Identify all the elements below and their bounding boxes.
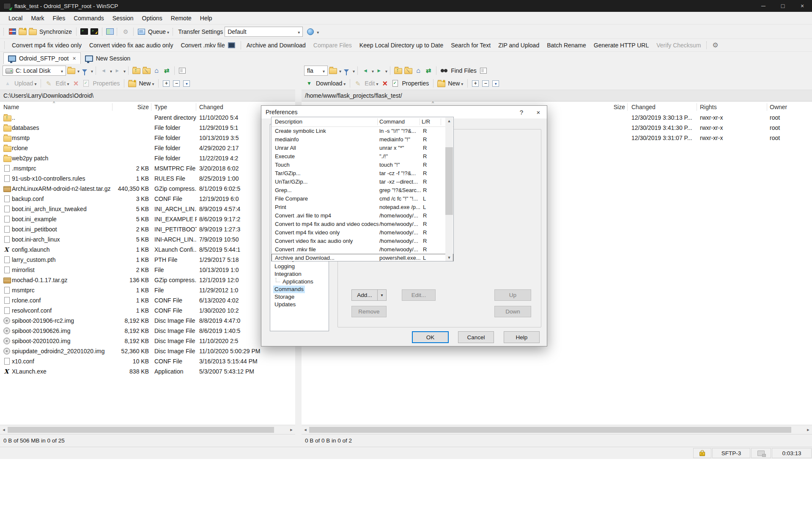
download-icon[interactable] [304, 78, 314, 88]
custom-command-button[interactable] [241, 41, 241, 49]
remove-column-icon[interactable] [171, 78, 181, 88]
table-row[interactable]: rclone.conf 1 KB CONF File 6/13/2020 4:0… [0, 295, 295, 305]
back-icon[interactable] [99, 66, 109, 76]
table-row[interactable]: resolvconf.conf 1 KB CONF File 1/30/2020… [0, 305, 295, 316]
selection-filter-icon[interactable] [491, 78, 501, 88]
table-row[interactable]: msmtprc 1 KB File 11/29/2012 1:0 [0, 285, 295, 295]
edit-icon[interactable] [44, 78, 54, 88]
table-row[interactable]: databases File folder 11/29/2019 5:1 [0, 123, 295, 133]
selection-filter-icon[interactable] [181, 78, 192, 88]
local-path-bar[interactable]: C:\Users\Larry\Downloads\Odroid\ [0, 90, 295, 102]
scroll-right-icon[interactable]: ► [804, 428, 812, 432]
menu-item[interactable]: Mark [27, 12, 48, 25]
table-row[interactable]: backup.conf 3 KB CONF File 12/19/2019 6:… [0, 194, 295, 204]
find-files-button[interactable]: Find Files [451, 67, 477, 74]
tree-item[interactable]: Storage [270, 293, 329, 301]
table-row[interactable]: ArchLinuxARM-odroid-n2-latest.tar.gz 440… [0, 184, 295, 194]
custom-command-button[interactable]: Batch Rename [543, 39, 590, 52]
open-folder-icon[interactable] [66, 66, 76, 76]
toolbar-grip[interactable] [706, 41, 708, 49]
remote-horizontal-scrollbar[interactable]: ◄ ► [302, 425, 812, 434]
toolbar-grip[interactable] [173, 28, 175, 36]
table-row[interactable]: XLaunch.exe 838 KB Application 5/3/2007 … [0, 366, 295, 377]
list-item[interactable]: Convert .mkv file /home/woody/... R [272, 245, 453, 254]
tree-item[interactable]: Applications [270, 278, 329, 286]
custom-command-button[interactable]: Verify Checksum [653, 39, 705, 52]
table-row[interactable]: mochad-0.1.17.tar.gz 136 KB GZip compres… [0, 275, 295, 285]
menu-item[interactable]: Commands [69, 12, 108, 25]
properties-doc-icon[interactable] [81, 78, 91, 88]
column-header-type[interactable]: Type [154, 102, 167, 113]
edit-button[interactable]: Edit [365, 80, 378, 87]
tab-close-icon[interactable]: × [73, 55, 76, 62]
add-dropdown-button[interactable] [377, 289, 387, 301]
remote-path-bar[interactable]: /home/www/flask_projects/flask_test/ [302, 90, 812, 102]
local-drive-combo[interactable]: C: Local Disk [3, 66, 66, 76]
down-button[interactable]: Down [494, 306, 531, 317]
tab-odroid-sftp-root[interactable]: Odroid_SFTP_root × [3, 52, 81, 64]
list-item[interactable]: Grep... grep "!?&Searc... R [272, 186, 453, 195]
list-item[interactable]: Convert video fix aac audio only /home/w… [272, 237, 453, 245]
menu-item[interactable]: Files [49, 12, 70, 25]
encryption-lock-cell[interactable] [693, 448, 711, 458]
add-column-icon[interactable] [161, 78, 171, 88]
scroll-left-icon[interactable]: ◄ [0, 428, 8, 432]
upload-button[interactable]: Upload [14, 80, 36, 87]
column-header-lr[interactable]: L/R [422, 117, 430, 126]
preferences-grid-icon[interactable] [7, 27, 17, 37]
local-horizontal-scrollbar[interactable]: ◄ ► [0, 425, 295, 434]
list-item[interactable]: Touch touch "!" R [272, 161, 453, 169]
maximize-button[interactable]: □ [773, 0, 793, 12]
up-button[interactable]: Up [494, 289, 531, 301]
custom-command-button[interactable]: Convert mp4 fix video only [8, 39, 85, 52]
list-vertical-scrollbar[interactable]: ▲ ▼ [445, 118, 453, 261]
add-button[interactable]: Add... [351, 289, 378, 301]
session-time-cell[interactable]: 0:03:13 [772, 448, 812, 458]
table-row[interactable]: boot.ini_petitboot 2 KB INI_PETITBOOT...… [0, 224, 295, 234]
list-item[interactable]: Archive and Download... powershell.exe..… [272, 254, 453, 261]
console-run-icon[interactable] [89, 27, 99, 37]
customize-commands-gear-icon[interactable] [710, 40, 720, 50]
add-column-icon[interactable] [470, 78, 480, 88]
tree-item[interactable]: Commands [270, 286, 329, 293]
table-row[interactable]: spiboot-20190626.img 8,192 KB Disc Image… [0, 326, 295, 336]
remote-directory-combo[interactable]: fla [304, 66, 328, 76]
column-header-description[interactable]: Description [275, 117, 302, 126]
minimize-button[interactable]: ─ [754, 0, 773, 12]
column-header-name[interactable]: Name [3, 102, 19, 113]
refresh-icon[interactable] [162, 66, 172, 76]
transfer-options-globe-icon[interactable] [305, 27, 315, 37]
table-row[interactable]: rclone File folder 4/29/2020 2:17 [0, 143, 295, 153]
table-row[interactable]: boot.ini_arch_linux_tweaked 5 KB INI_ARC… [0, 204, 295, 214]
tree-item[interactable]: Logging [270, 263, 329, 270]
tab-new-session[interactable]: New Session [81, 53, 135, 64]
help-button[interactable]: Help [504, 331, 540, 343]
custom-command-button[interactable]: Generate HTTP URL [590, 39, 653, 52]
root-directory-icon[interactable] [403, 66, 413, 76]
scroll-up-icon[interactable]: ▲ [445, 118, 453, 125]
transfer-settings-combo[interactable]: Default [225, 27, 303, 37]
synchronize-label[interactable]: Synchronize [39, 28, 72, 35]
menu-item[interactable]: Options [138, 12, 167, 25]
scroll-down-icon[interactable]: ▼ [445, 254, 453, 261]
list-item[interactable]: Create symbolic Link ln -s "!/!" "!?&...… [272, 127, 453, 135]
edit-icon[interactable] [353, 78, 363, 88]
table-row[interactable]: x10.conf 10 KB CONF File 3/16/2013 5:15:… [0, 356, 295, 366]
home-directory-icon[interactable] [151, 66, 162, 76]
column-header-size[interactable]: Size [598, 102, 625, 113]
custom-command-button[interactable]: Convert video fix aac audio only [85, 39, 177, 52]
table-row[interactable]: .. Parent directory 11/10/2020 5:4 [0, 113, 295, 123]
new-button[interactable]: New [448, 80, 463, 87]
list-item[interactable]: Unrar All unrar x "*" R [272, 144, 453, 152]
table-row[interactable]: larry_custom.pth 1 KB PTH File 1/29/2017… [0, 255, 295, 265]
properties-button[interactable]: Properties [402, 80, 429, 87]
open-folder-icon[interactable] [328, 66, 338, 76]
synchronize-browsing-icon[interactable] [17, 27, 27, 37]
menu-item[interactable]: Local [4, 12, 27, 25]
edit-button[interactable]: Edit... [402, 289, 436, 301]
synchronize-icon[interactable] [27, 27, 38, 37]
root-directory-icon[interactable] [141, 66, 151, 76]
close-button[interactable]: × [793, 0, 812, 12]
menu-item[interactable]: Remote [167, 12, 196, 25]
remove-column-icon[interactable] [480, 78, 491, 88]
